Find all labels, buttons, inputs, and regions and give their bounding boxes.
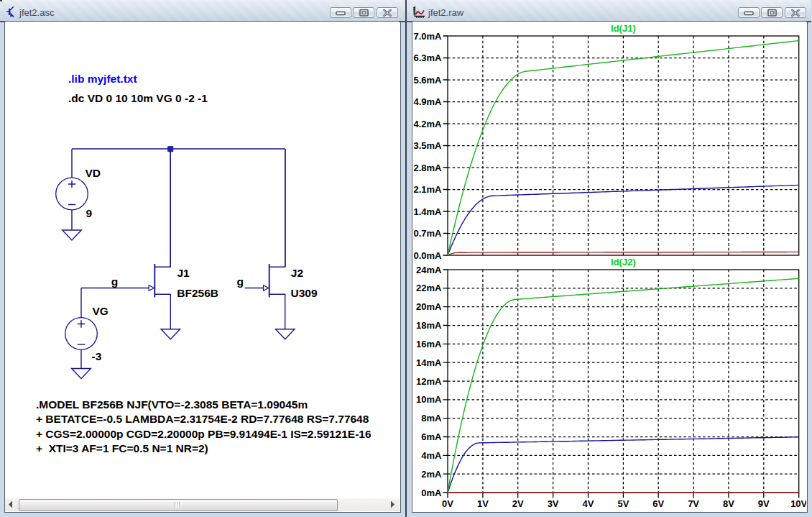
svg-text:1.4mA: 1.4mA [413, 206, 442, 217]
svg-text:g: g [237, 275, 244, 288]
svg-text:16mA: 16mA [416, 339, 442, 349]
svg-text:5V: 5V [617, 498, 629, 509]
svg-text:0.7mA: 0.7mA [413, 228, 442, 239]
svg-text:24mA: 24mA [416, 265, 442, 275]
svg-text:6mA: 6mA [421, 431, 442, 442]
svg-text:U309: U309 [291, 287, 318, 299]
svg-text:8mA: 8mA [421, 413, 442, 424]
svg-text:2mA: 2mA [421, 469, 442, 480]
svg-text:1V: 1V [477, 498, 489, 509]
svg-text:2V: 2V [512, 498, 524, 509]
svg-text:9V: 9V [758, 498, 770, 509]
svg-text:.MODEL BF256B NJF(VTO=-2.3085: .MODEL BF256B NJF(VTO=-2.3085 BETA=1.090… [36, 398, 308, 411]
svg-text:2.1mA: 2.1mA [413, 184, 442, 195]
svg-text:0.0mA: 0.0mA [413, 250, 442, 261]
svg-text:+ XTI=3 AF=1 FC=0.5 N=1 NR=2): + XTI=3 AF=1 FC=0.5 N=1 NR=2) [36, 442, 208, 454]
svg-text:7V: 7V [688, 498, 699, 509]
svg-text:3V: 3V [548, 498, 559, 509]
svg-text:7.0mA: 7.0mA [413, 31, 442, 42]
svg-text:+ CGS=2.00000p CGD=2.20000p PB: + CGS=2.00000p CGD=2.20000p PB=9.91494E-… [36, 428, 372, 440]
svg-text:4.9mA: 4.9mA [413, 96, 442, 107]
svg-text:0mA: 0mA [421, 488, 442, 498]
svg-text:-3: -3 [92, 350, 102, 362]
svg-text:20mA: 20mA [416, 301, 442, 312]
svg-text:3.5mA: 3.5mA [413, 140, 442, 151]
svg-text:0V: 0V [442, 498, 453, 509]
svg-text:10V: 10V [790, 498, 806, 509]
svg-text:22mA: 22mA [416, 283, 442, 293]
svg-text:6.3mA: 6.3mA [413, 52, 442, 63]
svg-text:14mA: 14mA [416, 357, 442, 368]
svg-text:4V: 4V [583, 498, 594, 509]
svg-text:J1: J1 [177, 267, 190, 279]
svg-text:.lib myjfet.txt: .lib myjfet.txt [68, 73, 137, 85]
svg-text:12mA: 12mA [416, 376, 442, 387]
svg-text:Id(J1): Id(J1) [611, 23, 636, 34]
svg-text:10mA: 10mA [416, 394, 442, 405]
svg-text:8V: 8V [723, 498, 734, 509]
svg-text:9: 9 [86, 207, 93, 219]
svg-text:6V: 6V [652, 498, 664, 509]
svg-text:VG: VG [93, 305, 109, 317]
svg-text:VD: VD [86, 167, 101, 179]
svg-text:5.6mA: 5.6mA [413, 75, 442, 86]
svg-text:J2: J2 [291, 267, 303, 279]
svg-text:BF256B: BF256B [177, 287, 218, 299]
svg-text:.dc VD 0 10 10m VG 0 -2 -1: .dc VD 0 10 10m VG 0 -2 -1 [68, 92, 208, 104]
svg-text:Id(J2): Id(J2) [611, 257, 636, 267]
svg-text:4.2mA: 4.2mA [413, 119, 442, 129]
svg-text:18mA: 18mA [416, 320, 442, 331]
svg-text:+ BETATCE=-0.5 LAMBDA=2.31754E: + BETATCE=-0.5 LAMBDA=2.31754E-2 RD=7.77… [36, 413, 369, 425]
svg-text:g: g [111, 275, 118, 288]
svg-text:2.8mA: 2.8mA [413, 163, 442, 173]
svg-text:4mA: 4mA [421, 450, 442, 461]
